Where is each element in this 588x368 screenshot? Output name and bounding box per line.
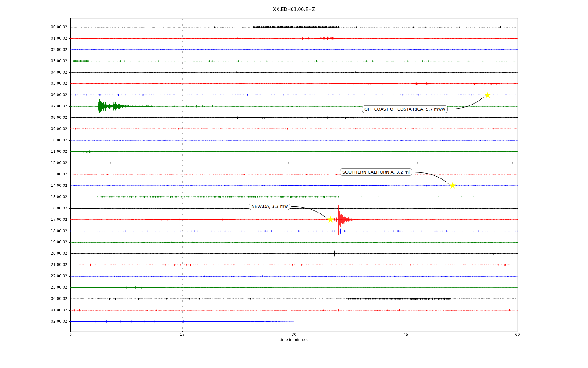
- y-tick-label: 13:00:02: [0, 172, 67, 177]
- x-tick-label: 0: [69, 332, 72, 337]
- y-tick-label: 14:00:02: [0, 183, 67, 188]
- y-tick-label: 10:00:02: [0, 138, 67, 143]
- y-tick-label: 00:00:02: [0, 296, 67, 301]
- y-tick-label: 18:00:02: [0, 228, 67, 234]
- y-tick-label: 08:00:02: [0, 115, 67, 120]
- y-tick-label: 02:00:02: [0, 319, 67, 324]
- x-tick-label: 15: [180, 332, 184, 337]
- figure-title: XX.EDH01.00.EHZ: [0, 7, 588, 12]
- y-tick-label: 03:00:02: [0, 59, 67, 64]
- y-tick-label: 23:00:02: [0, 285, 67, 290]
- y-tick-label: 17:00:02: [0, 217, 67, 222]
- y-tick-label: 11:00:02: [0, 149, 67, 154]
- y-tick-label: 00:00:02: [0, 25, 67, 30]
- y-tick-label: 20:00:02: [0, 251, 67, 256]
- seismogram-canvas: [0, 0, 588, 368]
- y-tick-label: 09:00:02: [0, 126, 67, 132]
- event-annotation-label: OFF COAST OF COSTA RICA, 5.7 mww: [362, 105, 448, 113]
- y-tick-label: 16:00:02: [0, 206, 67, 211]
- y-tick-label: 01:00:02: [0, 36, 67, 41]
- y-tick-label: 19:00:02: [0, 240, 67, 245]
- y-tick-label: 01:00:02: [0, 308, 67, 313]
- y-tick-label: 21:00:02: [0, 262, 67, 267]
- x-axis-title: time in minutes: [0, 338, 588, 342]
- y-tick-label: 15:00:02: [0, 194, 67, 200]
- seismogram-figure: XX.EDH01.00.EHZ 00:00:0201:00:0202:00:02…: [0, 0, 588, 368]
- y-tick-label: 05:00:02: [0, 81, 67, 86]
- x-tick-label: 45: [403, 332, 408, 337]
- y-tick-label: 06:00:02: [0, 92, 67, 98]
- event-annotation-label: SOUTHERN CALIFORNIA, 3.2 ml: [340, 168, 412, 176]
- y-tick-label: 04:00:02: [0, 70, 67, 75]
- y-tick-label: 02:00:02: [0, 47, 67, 52]
- y-tick-label: 07:00:02: [0, 104, 67, 109]
- y-tick-label: 12:00:02: [0, 160, 67, 166]
- y-tick-label: 22:00:02: [0, 274, 67, 279]
- x-tick-label: 60: [515, 332, 520, 337]
- event-annotation-label: NEVADA, 3.3 mw: [249, 203, 290, 210]
- x-tick-label: 30: [292, 332, 296, 337]
